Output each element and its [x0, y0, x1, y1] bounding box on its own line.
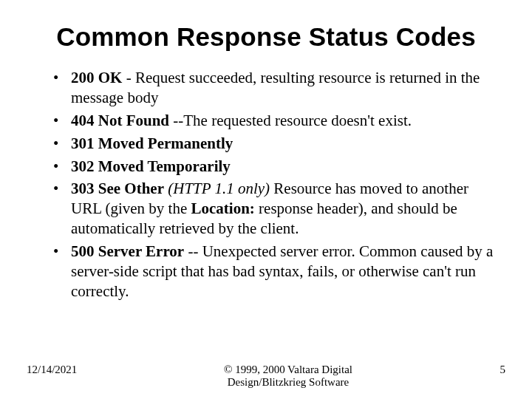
footer-page-number: 5	[461, 364, 505, 376]
separator: --	[169, 112, 183, 129]
slide-title: Common Response Status Codes	[27, 22, 505, 52]
list-item: 301 Moved Permanently	[50, 134, 498, 154]
status-code: 303 See Other	[71, 180, 164, 197]
footer-copyright: © 1999, 2000 Valtara Digital Design/Blit…	[115, 364, 461, 389]
description: The requested resource doesn't exist.	[183, 112, 412, 129]
bullet-list: 200 OK - Request succeeded, resulting re…	[27, 68, 505, 301]
status-code: 500 Server Error	[71, 242, 184, 260]
separator: --	[184, 242, 202, 260]
status-code: 301 Moved Permanently	[71, 134, 233, 152]
list-item: 500 Server Error -- Unexpected server er…	[50, 242, 498, 301]
separator: -	[122, 69, 135, 86]
status-code: 302 Moved Temporarily	[71, 157, 231, 175]
status-code: 404 Not Found	[71, 112, 169, 129]
list-item: 302 Moved Temporarily	[50, 157, 498, 177]
status-code: 200 OK	[71, 69, 122, 86]
list-item: 404 Not Found --The requested resource d…	[50, 111, 498, 131]
list-item: 200 OK - Request succeeded, resulting re…	[50, 68, 498, 108]
footer-date: 12/14/2021	[27, 364, 115, 376]
copyright-line: Design/Blitzkrieg Software	[228, 376, 349, 388]
slide: Common Response Status Codes 200 OK - Re…	[0, 0, 532, 399]
note-italic: (HTTP 1.1 only)	[168, 180, 270, 197]
footer: 12/14/2021 © 1999, 2000 Valtara Digital …	[0, 364, 532, 389]
copyright-line: © 1999, 2000 Valtara Digital	[224, 364, 352, 375]
list-item: 303 See Other (HTTP 1.1 only) Resource h…	[50, 179, 498, 239]
location-header: Location:	[191, 200, 255, 217]
